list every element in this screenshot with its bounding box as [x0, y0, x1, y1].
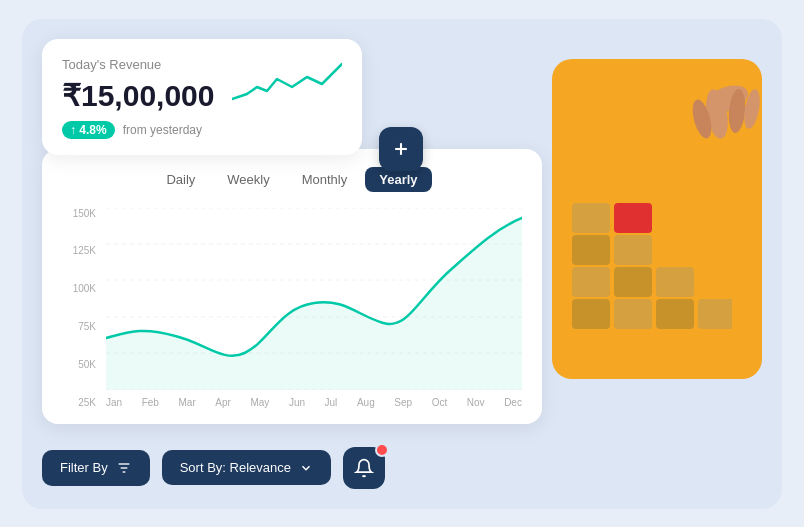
revenue-card: Today's Revenue ₹15,00,000 ↑ 4.8% from y… — [42, 39, 362, 155]
svg-rect-16 — [614, 235, 652, 265]
image-card — [552, 59, 762, 379]
y-label-100k: 100K — [62, 283, 102, 294]
x-label-jul: Jul — [325, 397, 338, 408]
x-label-jun: Jun — [289, 397, 305, 408]
sort-button[interactable]: Sort By: Relevance — [162, 450, 331, 485]
y-label-125k: 125K — [62, 245, 102, 256]
filter-button[interactable]: Filter By — [42, 450, 150, 486]
chart-tabs: Daily Weekly Monthly Yearly — [62, 167, 522, 192]
svg-rect-10 — [656, 299, 694, 329]
tab-weekly[interactable]: Weekly — [213, 167, 283, 192]
x-label-aug: Aug — [357, 397, 375, 408]
filter-icon — [116, 460, 132, 476]
svg-rect-14 — [656, 267, 694, 297]
revenue-badge: ↑ 4.8% — [62, 121, 115, 139]
svg-rect-8 — [572, 299, 610, 329]
y-label-50k: 50K — [62, 359, 102, 370]
tab-daily[interactable]: Daily — [152, 167, 209, 192]
svg-rect-12 — [572, 267, 610, 297]
revenue-from-text: from yesterday — [123, 123, 202, 137]
chart-plot — [106, 208, 522, 390]
svg-rect-17 — [572, 203, 610, 233]
chart-y-labels: 25K 50K 75K 100K 125K 150K — [62, 208, 102, 408]
y-label-25k: 25K — [62, 397, 102, 408]
bell-icon — [354, 458, 374, 478]
y-label-75k: 75K — [62, 321, 102, 332]
bottom-bar: Filter By Sort By: Relevance — [42, 447, 385, 489]
x-label-apr: Apr — [215, 397, 231, 408]
x-label-feb: Feb — [142, 397, 159, 408]
filter-label: Filter By — [60, 460, 108, 475]
svg-rect-11 — [698, 299, 732, 329]
x-label-oct: Oct — [432, 397, 448, 408]
sparkline — [232, 49, 342, 109]
notification-badge — [375, 443, 389, 457]
image-placeholder — [552, 59, 762, 379]
x-label-sep: Sep — [394, 397, 412, 408]
plus-button[interactable] — [379, 127, 423, 171]
svg-rect-9 — [614, 299, 652, 329]
chart-area: 25K 50K 75K 100K 125K 150K — [62, 208, 522, 408]
x-label-may: May — [250, 397, 269, 408]
svg-rect-15 — [572, 235, 610, 265]
sort-label: Sort By: Relevance — [180, 460, 291, 475]
svg-rect-13 — [614, 267, 652, 297]
notification-button[interactable] — [343, 447, 385, 489]
y-label-150k: 150K — [62, 208, 102, 219]
chevron-down-icon — [299, 461, 313, 475]
x-label-mar: Mar — [178, 397, 195, 408]
x-label-jan: Jan — [106, 397, 122, 408]
chart-x-labels: Jan Feb Mar Apr May Jun Jul Aug Sep Oct … — [106, 397, 522, 408]
x-label-dec: Dec — [504, 397, 522, 408]
tab-monthly[interactable]: Monthly — [288, 167, 362, 192]
svg-rect-18 — [614, 203, 652, 233]
chart-card: Daily Weekly Monthly Yearly 25K 50K 75K … — [42, 149, 542, 424]
x-label-nov: Nov — [467, 397, 485, 408]
